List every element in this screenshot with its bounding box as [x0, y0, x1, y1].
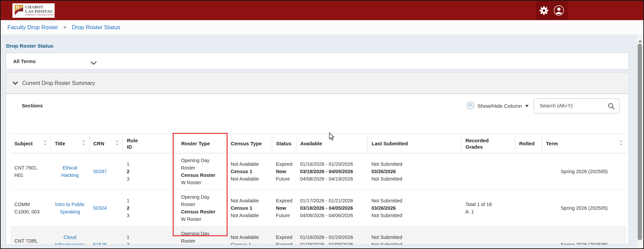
- cell-last_submitted: Not SubmittedNot SubmittedNot Submitted: [367, 227, 461, 245]
- logo-line3: COMMUNITY COLLEGE DISTRICT: [25, 14, 55, 16]
- caret-down-icon: [525, 103, 529, 108]
- show-hide-column-button[interactable]: Show/Hide Column: [467, 102, 529, 110]
- table-header-row: SubjectTitleCRNRule IDRoster TypeCensus …: [10, 134, 627, 153]
- app-window: CHABOT LAS POSITAS COMMUNITY COLLEGE DIS…: [0, 0, 644, 249]
- topbar-actions: [536, 1, 568, 20]
- column-header-census_type: Census Type: [227, 134, 272, 153]
- column-header-label: Rolled: [519, 140, 535, 147]
- cell-census_type: Not AvailableCensus 1Not Available: [227, 227, 272, 245]
- search-icon[interactable]: [608, 103, 615, 111]
- cell-title: Intro to Public Speaking: [51, 190, 89, 227]
- column-header-roster_type: Roster Type: [173, 134, 227, 153]
- crn-link[interactable]: 50324: [93, 205, 107, 211]
- column-header-label: Recorded Grades: [466, 137, 493, 150]
- column-header-available: Available: [296, 134, 367, 153]
- cell-rolled: [515, 190, 542, 227]
- summary-accordion-label: Current Drop Roster Summary: [22, 80, 95, 86]
- sections-table: SubjectTitleCRNRule IDRoster TypeCensus …: [10, 134, 627, 245]
- column-header-label: Roster Type: [181, 140, 210, 147]
- column-header-label: Subject: [14, 140, 33, 147]
- page-title: Drop Roster Status: [6, 43, 643, 49]
- cell-title: Ethical Hacking: [51, 153, 89, 190]
- cell-census_type: Not AvailableCensus 1Not Available: [227, 190, 272, 227]
- cell-available: 01/16/2026 - 01/20/202601/28/2026 - 02/0…: [296, 227, 367, 245]
- column-header-status: Status: [272, 134, 296, 153]
- gear-icon[interactable]: [539, 6, 548, 15]
- crn-link[interactable]: 51525: [93, 242, 107, 245]
- sort-icon[interactable]: [116, 140, 119, 146]
- search-box: [534, 98, 620, 113]
- vertical-scrollbar[interactable]: [636, 35, 643, 248]
- column-header-label: CRN: [94, 140, 105, 147]
- breadcrumb: Faculty Drop Roster Drop Roster Status: [1, 20, 643, 35]
- cell-subject: CNT 7285, B01: [10, 227, 51, 245]
- show-hide-column-label: Show/Hide Column: [477, 103, 522, 109]
- column-header-rule_id: Rule ID: [123, 134, 173, 153]
- cell-rolled: [515, 153, 542, 190]
- sort-icon[interactable]: [620, 140, 623, 146]
- table-row: CNT 7501, H01Ethical Hacking50297123Open…: [10, 153, 627, 190]
- title-link[interactable]: Ethical Hacking: [61, 165, 78, 178]
- sections-table-wrap: SubjectTitleCRNRule IDRoster TypeCensus …: [10, 134, 627, 245]
- collapse-chevron-icon: [13, 80, 18, 86]
- sections-label: Sections: [22, 103, 43, 108]
- cell-rule_id: 123: [123, 190, 173, 227]
- column-header-recorded_grades: Recorded Grades: [461, 134, 515, 153]
- cell-status: ExpiredNowFuture: [272, 153, 296, 190]
- breadcrumb-faculty-drop-roster[interactable]: Faculty Drop Roster: [7, 24, 58, 31]
- title-link[interactable]: Intro to Public Speaking: [55, 202, 85, 214]
- column-header-crn[interactable]: CRN: [89, 134, 123, 153]
- cell-recorded_grades: [461, 153, 515, 190]
- table-row: COMM C1000, 003Intro to Public Speaking5…: [10, 190, 627, 227]
- cell-term: Spring 2026 (202505): [542, 190, 627, 227]
- cell-census_type: Not AvailableCensus 1Not Available: [227, 153, 272, 190]
- user-avatar-icon[interactable]: [553, 5, 564, 16]
- search-input[interactable]: [539, 99, 604, 112]
- column-header-title[interactable]: Title: [51, 134, 89, 153]
- column-header-rolled: Rolled: [515, 134, 542, 153]
- column-header-term[interactable]: Term: [542, 134, 627, 153]
- cell-status: ExpiredExpiredFuture: [272, 227, 296, 245]
- column-header-label: Term: [546, 140, 558, 147]
- cell-rule_id: 123: [123, 153, 173, 190]
- column-header-last_submitted: Last Submitted: [367, 134, 461, 153]
- cell-rolled: [515, 227, 542, 245]
- column-header-subject[interactable]: Subject: [10, 134, 51, 153]
- term-select-value: All Terms: [13, 58, 36, 64]
- page-content: Drop Roster Status All Terms Current Dro…: [1, 43, 643, 245]
- cell-roster_type: Opening Day RosterCensus RosterW Roster: [173, 227, 227, 245]
- cell-roster_type: Opening Day RosterCensus RosterW Roster: [173, 190, 227, 227]
- table-controls: Show/Hide Column: [467, 98, 620, 113]
- cell-recorded_grades: [461, 227, 515, 245]
- column-header-label: Status: [276, 140, 292, 147]
- district-logo[interactable]: CHABOT LAS POSITAS COMMUNITY COLLEGE DIS…: [12, 3, 55, 18]
- cell-available: 01/16/2026 - 01/20/202603/18/2026 - 04/0…: [296, 153, 367, 190]
- cell-subject: COMM C1000, 003: [10, 190, 51, 227]
- cell-crn: 50297: [89, 153, 123, 190]
- cell-recorded_grades: Total 1 of 16A: 1: [461, 190, 515, 227]
- summary-accordion-header[interactable]: Current Drop Roster Summary: [6, 72, 629, 94]
- term-select[interactable]: All Terms: [6, 53, 629, 69]
- cell-roster_type: Opening Day RosterCensus RosterW Roster: [173, 153, 227, 190]
- show-hide-columns-icon: [467, 102, 474, 110]
- sections-panel-header: Sections: [6, 94, 629, 134]
- cell-term: Spring 2026 (202505): [542, 227, 627, 245]
- cell-subject: CNT 7501, H01: [10, 153, 51, 190]
- scrollbar-thumb[interactable]: [638, 44, 642, 240]
- cell-last_submitted: Not Submitted03/26/2026Not Submitted: [367, 190, 461, 227]
- logo-line2: LAS POSITAS: [25, 9, 55, 13]
- chevron-down-icon: [91, 60, 97, 66]
- scroll-up-arrow-icon[interactable]: [638, 38, 642, 44]
- column-header-label: Title: [55, 140, 65, 147]
- breadcrumb-drop-roster-status[interactable]: Drop Roster Status: [72, 24, 120, 31]
- cell-status: ExpiredNowFuture: [272, 190, 296, 227]
- cell-term: Spring 2026 (202505): [542, 153, 627, 190]
- cell-crn: 51525: [89, 227, 123, 245]
- column-header-label: Last Submitted: [372, 140, 408, 147]
- title-link[interactable]: Cloud Infrastructure: CompTIA: [55, 235, 85, 245]
- table-row: CNT 7285, B01Cloud Infrastructure: CompT…: [10, 227, 627, 245]
- sort-icon[interactable]: [82, 140, 85, 146]
- cell-available: 01/17/2026 - 01/21/202603/18/2026 - 04/0…: [296, 190, 367, 227]
- sort-icon[interactable]: [44, 140, 47, 146]
- crn-link[interactable]: 50297: [93, 169, 107, 174]
